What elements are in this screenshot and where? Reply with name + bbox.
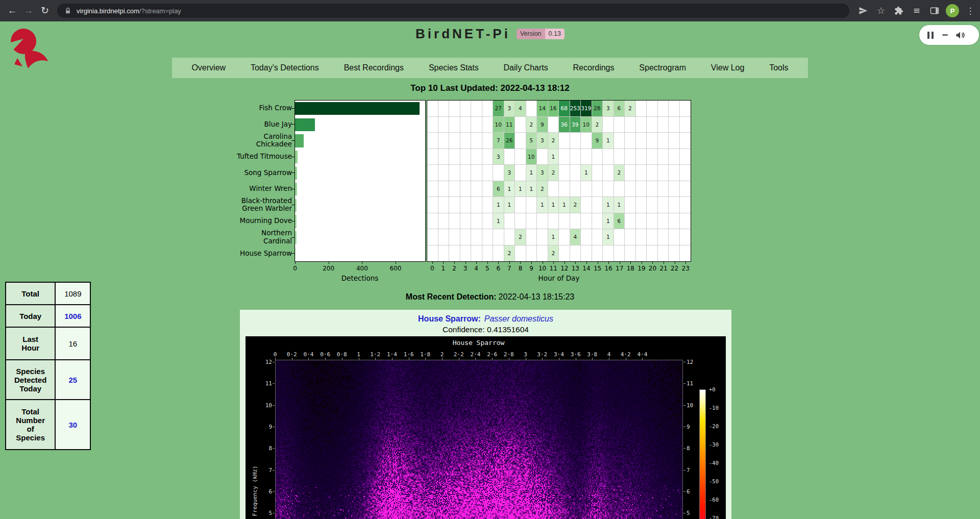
x-tick — [520, 262, 521, 264]
heatmap-cell: 1 — [603, 133, 614, 149]
colorbar-tick-label: -60 — [709, 497, 719, 503]
x-tick — [432, 262, 433, 264]
most-recent-value: 2022-04-13 18:15:23 — [499, 292, 575, 301]
tick — [273, 362, 275, 362]
heatmap-cell — [460, 149, 472, 165]
heatmap-cell — [669, 101, 680, 117]
hour-tick-label: 21 — [659, 265, 667, 272]
tick — [475, 358, 476, 360]
bar-chart — [295, 100, 426, 262]
stats-row: Last Hour16 — [6, 327, 90, 360]
heatmap-cell — [581, 197, 592, 213]
heatmap-cell: 3 — [603, 101, 614, 117]
heatmap-cell: 2 — [515, 229, 526, 245]
extensions-button[interactable] — [892, 4, 905, 17]
species-scientific-link[interactable]: Passer domesticus — [484, 314, 553, 323]
heatmap-cell: 1 — [559, 197, 570, 213]
stat-value[interactable]: 30 — [55, 400, 90, 450]
heatmap-cell: 28 — [592, 101, 603, 117]
heatmap-cell — [460, 181, 472, 197]
heatmap-cell — [669, 149, 680, 165]
heatmap-cell: 2 — [537, 181, 548, 197]
y-tick — [291, 172, 295, 173]
heatmap-cell — [438, 165, 450, 181]
heatmap-cell: 3 — [537, 165, 548, 181]
heatmap-cell: 26 — [504, 133, 516, 149]
stat-value[interactable]: 1006 — [55, 305, 90, 327]
heatmap-cell — [647, 229, 658, 245]
heatmap-cell — [592, 229, 603, 245]
browser-menu-button[interactable]: ⋮ — [964, 4, 977, 17]
heatmap-cell: 10 — [526, 149, 537, 165]
hour-tick-label: 10 — [538, 265, 546, 272]
heatmap-cell — [482, 165, 494, 181]
heatmap-cell: 2 — [570, 197, 581, 213]
spectrogram-x-tick: 4 — [607, 351, 611, 358]
heatmap-cell — [449, 181, 460, 197]
detection-panel: House Sparrow:Passer domesticus Confiden… — [240, 310, 731, 519]
extension-button[interactable] — [910, 4, 923, 17]
heatmap-cell: 10 — [493, 117, 504, 133]
tick — [425, 358, 426, 360]
heatmap-cell — [548, 117, 559, 133]
heatmap-cell — [482, 133, 494, 149]
stat-label: Species Detected Today — [6, 360, 55, 400]
x-tick — [396, 262, 396, 264]
heatmap-cell — [581, 213, 592, 230]
heatmap-cell — [570, 213, 581, 230]
heatmap-cell — [548, 213, 559, 230]
heatmap-cell — [526, 197, 537, 213]
bar — [295, 248, 296, 260]
back-button[interactable]: ← — [4, 3, 20, 19]
heatmap-cell — [581, 149, 592, 165]
send-icon[interactable] — [856, 4, 870, 17]
side-panel-button[interactable] — [928, 4, 941, 17]
heatmap-cell — [614, 133, 625, 149]
heatmap-cell: 10 — [581, 117, 592, 133]
heatmap-cell — [614, 117, 625, 133]
species-label: Mourning Dove — [190, 213, 292, 229]
species-link[interactable]: House Sparrow: — [418, 314, 481, 323]
colorbar — [699, 389, 706, 519]
heatmap-cell — [427, 133, 438, 149]
species-label: Winter Wren — [190, 181, 292, 197]
heatmap-cell — [460, 165, 472, 181]
heatmap-cell — [482, 245, 494, 262]
heatmap-cell — [570, 165, 581, 181]
reload-button[interactable]: ↻ — [37, 3, 53, 19]
address-bar[interactable]: virginia.birdnetpi.com/?stream=play — [57, 4, 849, 18]
x-tick — [465, 262, 466, 264]
spectrogram-y-tick-right: 9 — [687, 423, 690, 430]
hour-tick-label: 8 — [519, 265, 523, 272]
heatmap-cell — [669, 213, 680, 230]
heatmap-cell — [680, 213, 691, 230]
profile-avatar[interactable]: P — [946, 4, 959, 17]
spectrogram-y-tick-left: 5 — [259, 510, 272, 516]
tick — [273, 405, 275, 406]
heatmap-cell: 1 — [548, 197, 559, 213]
heatmap-cell — [515, 245, 526, 262]
heatmap-cell: 68 — [559, 101, 570, 117]
lock-icon — [64, 7, 71, 14]
heatmap-cell: 2 — [526, 117, 537, 133]
heatmap-cell — [559, 181, 570, 197]
heatmap-cell: 11 — [504, 117, 516, 133]
heatmap-cell: 2 — [548, 165, 559, 181]
heatmap-cell — [427, 229, 438, 245]
stat-value[interactable]: 25 — [55, 360, 90, 400]
spectrogram-x-tick: 2·4 — [470, 351, 480, 358]
x-tick — [543, 262, 543, 264]
heatmap-cell — [570, 181, 581, 197]
forward-button[interactable]: → — [20, 3, 37, 19]
heatmap-cell — [636, 117, 647, 133]
heatmap-cell — [658, 181, 669, 197]
url-domain: virginia.birdnetpi.com — [77, 7, 139, 15]
heatmap-cell: 1 — [603, 197, 614, 213]
heatmap-cell — [460, 197, 472, 213]
tick — [273, 491, 275, 492]
heatmap-cell: 2 — [504, 245, 516, 262]
spectrogram-x-tick: 0·8 — [337, 351, 347, 358]
bookmark-star-button[interactable]: ☆ — [874, 4, 888, 17]
heatmap-cell — [449, 165, 460, 181]
heatmap-cell: 2 — [548, 133, 559, 149]
